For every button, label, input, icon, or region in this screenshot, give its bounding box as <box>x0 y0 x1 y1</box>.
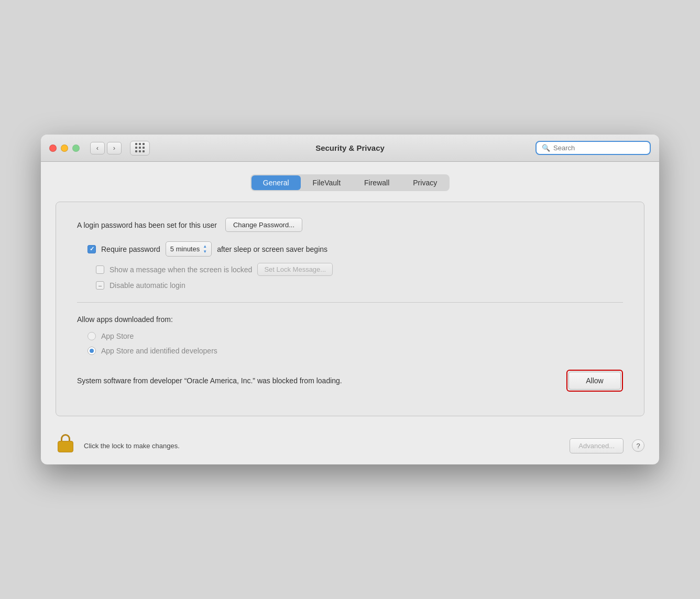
search-icon: 🔍 <box>542 144 550 152</box>
search-input[interactable] <box>553 144 644 152</box>
main-panel: A login password has been set for this u… <box>56 202 644 416</box>
require-password-row: Require password 5 minutes ▲ ▼ after sle… <box>77 241 623 257</box>
allow-button-container: Allow <box>566 370 623 392</box>
content-area: General FileVault Firewall Privacy A log… <box>41 162 659 427</box>
advanced-button[interactable]: Advanced... <box>570 438 624 453</box>
nav-buttons: ‹ › <box>90 142 122 154</box>
radio-identified-developers[interactable] <box>88 347 96 355</box>
traffic-lights <box>49 145 80 152</box>
radio-app-store-row[interactable]: App Store <box>88 332 623 340</box>
tab-privacy[interactable]: Privacy <box>401 175 449 190</box>
disable-autologin-row: Disable automatic login <box>96 281 623 290</box>
grid-button[interactable] <box>130 141 150 156</box>
blocked-section: System software from developer “Oracle A… <box>77 370 623 400</box>
lock-text: Click the lock to make changes. <box>84 442 561 450</box>
allow-apps-label: Allow apps downloaded from: <box>77 315 623 324</box>
password-row: A login password has been set for this u… <box>77 218 623 232</box>
blocked-software-text: System software from developer “Oracle A… <box>77 375 554 386</box>
show-message-label: Show a message when the screen is locked <box>110 265 252 274</box>
radio-identified-developers-label: App Store and identified developers <box>101 347 217 355</box>
allow-button[interactable]: Allow <box>568 372 621 390</box>
require-password-checkbox[interactable] <box>88 245 96 253</box>
change-password-button[interactable]: Change Password... <box>225 218 302 232</box>
tab-filevault[interactable]: FileVault <box>301 175 352 190</box>
password-timeout-value: 5 minutes <box>170 245 200 253</box>
dropdown-arrows-icon: ▲ ▼ <box>203 244 207 254</box>
require-password-label: Require password <box>101 245 160 253</box>
lock-body <box>58 441 73 452</box>
back-button[interactable]: ‹ <box>90 142 105 154</box>
tabs-container: General FileVault Firewall Privacy <box>250 174 450 191</box>
radio-app-store[interactable] <box>88 332 96 340</box>
maximize-button[interactable] <box>72 145 80 152</box>
lock-icon[interactable] <box>56 434 75 457</box>
search-box[interactable]: 🔍 <box>535 141 651 155</box>
show-message-checkbox[interactable] <box>96 265 104 274</box>
tab-firewall[interactable]: Firewall <box>353 175 401 190</box>
radio-app-store-label: App Store <box>101 332 134 340</box>
titlebar: ‹ › Security & Privacy 🔍 <box>41 135 659 162</box>
password-timeout-dropdown[interactable]: 5 minutes ▲ ▼ <box>166 241 212 257</box>
close-button[interactable] <box>49 145 57 152</box>
disable-autologin-label: Disable automatic login <box>110 281 185 290</box>
set-lock-message-button[interactable]: Set Lock Message... <box>257 263 333 276</box>
grid-icon <box>135 143 145 153</box>
help-button[interactable]: ? <box>632 439 644 452</box>
tabs-row: General FileVault Firewall Privacy <box>56 174 644 191</box>
section-divider <box>77 302 623 303</box>
radio-options: App Store App Store and identified devel… <box>77 332 623 355</box>
window-title: Security & Privacy <box>315 143 385 152</box>
sub-options: Show a message when the screen is locked… <box>77 263 623 290</box>
bottom-bar: Click the lock to make changes. Advanced… <box>41 427 659 464</box>
disable-autologin-checkbox[interactable] <box>96 281 104 290</box>
forward-button[interactable]: › <box>107 142 122 154</box>
radio-selected-indicator <box>90 349 94 353</box>
lock-shackle <box>61 434 70 441</box>
tab-general[interactable]: General <box>251 175 301 190</box>
login-password-label: A login password has been set for this u… <box>77 221 217 229</box>
radio-identified-developers-row[interactable]: App Store and identified developers <box>88 347 623 355</box>
show-message-row: Show a message when the screen is locked… <box>96 263 623 276</box>
minimize-button[interactable] <box>61 145 68 152</box>
after-sleep-label: after sleep or screen saver begins <box>217 245 327 253</box>
